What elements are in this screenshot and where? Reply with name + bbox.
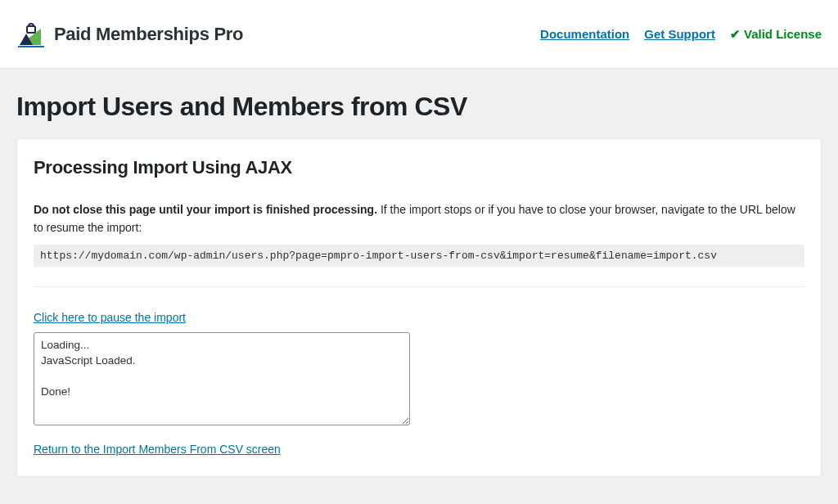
get-support-link[interactable]: Get Support xyxy=(644,27,715,41)
svg-rect-0 xyxy=(27,26,35,33)
page-title: Import Users and Members from CSV xyxy=(16,92,822,122)
brand-name: Paid Memberships Pro xyxy=(54,24,243,45)
license-status: ✔ Valid License xyxy=(730,27,822,42)
warning-text: Do not close this page until your import… xyxy=(34,201,804,236)
brand-logo-icon xyxy=(16,20,46,48)
page-content: Import Users and Members from CSV Proces… xyxy=(0,92,838,502)
import-log-textarea[interactable] xyxy=(34,332,410,425)
import-panel: Processing Import Using AJAX Do not clos… xyxy=(16,138,822,477)
check-icon: ✔ xyxy=(730,27,741,42)
top-bar: Paid Memberships Pro Documentation Get S… xyxy=(0,0,838,69)
warning-strong: Do not close this page until your import… xyxy=(34,203,377,216)
section-heading: Processing Import Using AJAX xyxy=(34,157,804,178)
license-label: Valid License xyxy=(744,27,822,41)
return-link[interactable]: Return to the Import Members From CSV sc… xyxy=(34,443,281,456)
topbar-links: Documentation Get Support ✔ Valid Licens… xyxy=(540,27,822,42)
pause-import-link[interactable]: Click here to pause the import xyxy=(34,311,186,324)
brand: Paid Memberships Pro xyxy=(16,20,243,48)
resume-url: https://mydomain.com/wp-admin/users.php?… xyxy=(34,245,804,267)
divider xyxy=(34,286,804,287)
documentation-link[interactable]: Documentation xyxy=(540,27,629,41)
